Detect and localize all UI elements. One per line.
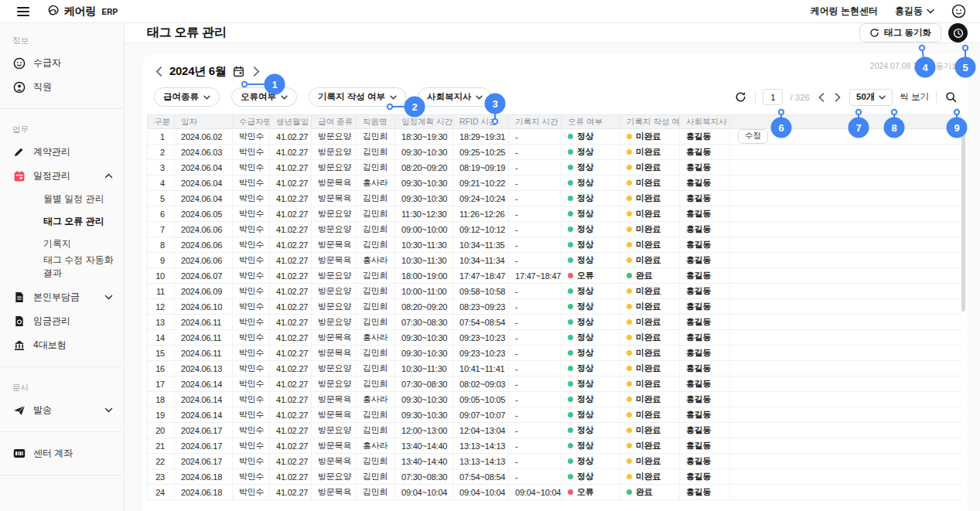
page-size-value: 50개 [856,91,875,103]
table-row[interactable]: 72024.06.06박민수41.02.27방문요양김민희09:00~10:00… [148,222,962,237]
sidebar-item-send[interactable]: 발송 [0,398,124,422]
table-row[interactable]: 222024.06.17박민수41.02.27방문목욕김민희13:40~14:4… [148,454,962,469]
status-dot [627,273,632,278]
sidebar-item-contract[interactable]: 계약관리 [0,140,124,164]
cell-actions [730,299,962,315]
status-label: 미완료 [636,162,661,172]
table-row[interactable]: 202024.06.17박민수41.02.27방문요양김민희12:00~13:0… [148,423,962,438]
search-button[interactable] [944,90,958,104]
filter-record-written[interactable]: 기록지 작성 여부 [309,87,406,107]
cell-date: 2024.06.17 [175,438,233,454]
cell-recipient-name: 박민수 [233,191,270,206]
cell-error-status: 정상 [562,392,620,407]
cell-written-status: 미완료 [620,299,680,315]
cell-no: 2 [148,145,175,160]
sync-history-button[interactable] [948,23,968,43]
table-row[interactable]: 122024.06.10박민수41.02.27방문요양김민희08:20~09:2… [148,299,962,315]
page-size-select[interactable]: 50개 [849,89,893,106]
table-row[interactable]: 132024.06.11박민수41.02.27방문요양김민희07:30~08:3… [148,315,962,330]
tag-sync-button[interactable]: 태그 동기화 [859,23,941,43]
prev-page-button[interactable] [817,91,826,104]
cell-date: 2024.06.17 [175,454,233,469]
cell-rfid-time: 11:26~12:26 [453,206,509,222]
avatar[interactable] [951,4,966,19]
sidebar-subitem-monthly-schedule[interactable]: 월별 일정 관리 [0,188,124,210]
table-row[interactable]: 42024.06.04박민수41.02.27방문목욕홍사라09:30~10:30… [148,175,962,191]
table-row[interactable]: 142024.06.11박민수41.02.27방문목욕홍사라09:30~10:3… [148,330,962,346]
cell-staff-name: 홍사라 [357,392,395,407]
user-menu[interactable]: 홍길동 [895,5,934,18]
status-label: 정상 [577,332,594,342]
cell-social-worker: 홍길동 [680,407,730,423]
prev-month-button[interactable] [154,65,164,78]
sidebar-subitem-record-sheet[interactable]: 기록지 [0,233,124,255]
column-header: 일자 [175,115,233,129]
table-row[interactable]: 162024.06.13박민수41.02.27방문요양김민희10:30~11:3… [148,361,962,376]
table-row[interactable]: 112024.06.09박민수41.02.27방문요양김민희10:00~11:0… [148,284,962,299]
cell-error-status: 오류 [562,485,620,500]
last-sync-timestamp: 2024.07.08 16:15 동기화 [870,61,960,72]
sidebar-subitem-tag-error[interactable]: 태그 오류 관리 [0,210,124,233]
sidebar-item-wage[interactable]: 임금관리 [0,309,124,333]
cell-recipient-name: 박민수 [233,469,270,485]
cell-birthdate: 41.02.27 [270,175,312,191]
cell-social-worker: 홍길동 [680,206,730,222]
cell-written-status: 미완료 [620,129,680,145]
table-row[interactable]: 22024.06.03박민수41.02.27방문요양김민희09:30~10:30… [148,145,962,160]
cell-birthdate: 41.02.27 [270,346,312,361]
cell-written-status: 완료 [620,485,680,500]
sidebar-item-recipients[interactable]: 수급자 [0,51,124,75]
edit-button[interactable]: 수정 [738,129,768,144]
table-row[interactable]: 92024.06.06박민수41.02.27방문목욕홍사라10:30~11:30… [148,253,962,268]
cell-service-type: 방문목욕 [312,454,357,469]
cell-social-worker: 홍길동 [680,237,730,253]
cell-plan-time: 09:30~10:30 [395,330,453,346]
table-row[interactable]: 232024.06.18박민수41.02.27방문요양김민희07:30~08:3… [148,469,962,485]
table-row[interactable]: 212024.06.17박민수41.02.27방문목욕홍사라13:40~14:4… [148,438,962,454]
table-row[interactable]: 52024.06.04박민수41.02.27방문목욕김민희09:30~10:30… [148,191,962,206]
refresh-icon [869,28,879,38]
sidebar-item-copay[interactable]: 본인부담금 [0,285,124,309]
pencil-icon [12,145,26,158]
vertical-scrollbar[interactable] [961,128,965,312]
filter-service-type[interactable]: 급여종류 [154,87,220,107]
brand-logo-icon [46,3,60,20]
cell-service-type: 방문요양 [312,145,357,160]
page-number-input[interactable] [763,89,783,105]
table-row[interactable]: 62024.06.05박민수41.02.27방문요양김민희11:30~12:30… [148,206,962,222]
status-dot [568,273,573,278]
cell-no: 18 [148,392,175,407]
cell-social-worker: 홍길동 [680,145,730,160]
refresh-table-button[interactable] [733,90,748,104]
status-label: 오류 [577,487,594,496]
table-row[interactable]: 82024.06.06박민수41.02.27방문목욕김민희10:30~11:30… [148,237,962,253]
next-page-button[interactable] [833,91,842,104]
cell-rfid-time: 08:23~09:23 [453,299,509,315]
status-dot [568,180,573,186]
table-row[interactable]: 172024.06.14박민수41.02.27방문요양김민희07:30~08:3… [148,376,962,392]
sidebar-item-center-account[interactable]: 센터 계좌 [0,441,124,465]
status-dot [568,165,573,170]
status-label: 정상 [577,348,594,357]
cell-service-type: 방문요양 [312,469,357,485]
table-row[interactable]: 192024.06.14박민수41.02.27방문목욕김민희09:30~10:3… [148,407,962,423]
sidebar-item-employees[interactable]: 직원 [0,75,124,99]
status-label: 미완료 [636,209,661,218]
filter-social-worker[interactable]: 사회복지사 [418,87,493,107]
cell-service-type: 방문목욕 [312,438,357,454]
calendar-picker-button[interactable] [231,66,246,77]
table-row[interactable]: 182024.06.14박민수41.02.27방문목욕홍사라09:30~10:3… [148,392,962,407]
table-row[interactable]: 32024.06.04박민수41.02.27방문요양김민희08:20~09:20… [148,160,962,175]
brand-logo[interactable]: 케어링 ERP [46,3,118,20]
status-label: 미완료 [636,147,661,156]
next-month-button[interactable] [251,65,261,78]
hamburger-menu-icon[interactable] [17,7,29,16]
sidebar-subitem-tag-auto-result[interactable]: 태그 수정 자동화 결과 [0,255,124,278]
sidebar-item-insurance[interactable]: 4대보험 [0,333,124,357]
table-row[interactable]: 102024.06.07박민수41.02.27방문요양김민희18:00~19:0… [148,268,962,284]
table-row[interactable]: 242024.06.18박민수41.02.27방문목욕김민희09:04~10:0… [148,485,962,500]
table-row[interactable]: 152024.06.11박민수41.02.27방문목욕김민희09:30~10:3… [148,346,962,361]
filter-error-status[interactable]: 오류여부 [231,87,297,107]
sidebar-item-schedule[interactable]: 일정관리 [0,164,124,188]
table-row[interactable]: 12024.06.02박민수41.02.27방문요양김민희18:30~19:30… [148,129,962,145]
